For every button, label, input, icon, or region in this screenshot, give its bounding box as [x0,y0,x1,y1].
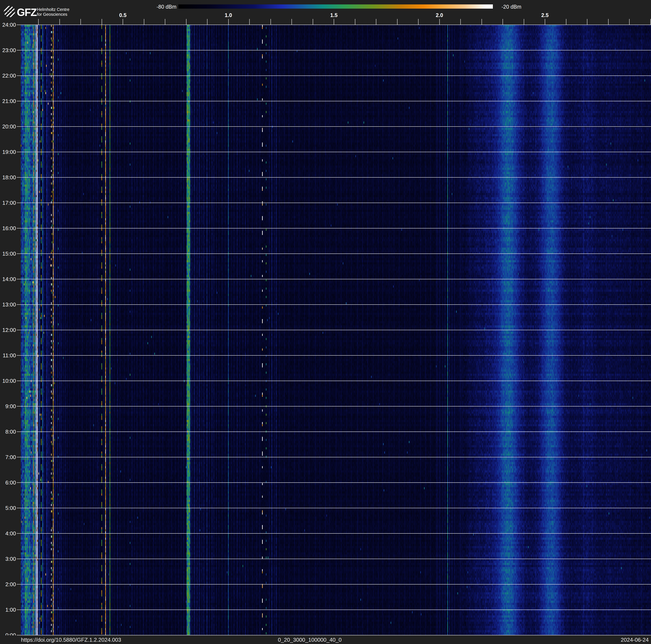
freq-tick [502,19,503,25]
freq-tick-label: 2.5 [536,12,553,18]
freq-tick [291,19,292,25]
freq-tick [123,19,123,25]
time-tick-label: 12:00 [1,327,16,333]
time-tick-label: 10:00 [1,378,16,384]
hour-gridline [17,126,651,127]
time-tick-label: 19:00 [1,149,16,155]
freq-tick [650,19,651,25]
time-tick-label: 2:00 [1,581,16,587]
freq-tick [524,19,524,25]
time-tick-label: 8:00 [1,429,16,435]
hour-gridline [17,406,651,407]
time-tick-label: 21:00 [1,98,16,104]
freq-tick [566,19,566,25]
freq-tick [228,19,229,25]
freq-tick [271,19,271,25]
hour-gridline [17,279,651,279]
time-tick-label: 24:00 [1,22,16,28]
hour-gridline [17,101,651,101]
hour-gridline [17,254,651,254]
hour-gridline [17,228,651,229]
hour-gridline [17,177,651,178]
freq-tick-label: 1.5 [326,12,342,18]
time-tick-label: 9:00 [1,403,16,409]
date-label: 2024-06-24 [621,637,649,643]
freq-tick [587,19,587,25]
time-tick-label: 4:00 [1,530,16,536]
time-tick-label: 20:00 [1,123,16,130]
colorbar-min-label: -80 dBm [145,4,177,10]
footer: https://doi.org/10.5880/GFZ.1.2.2024.003… [0,635,651,644]
time-tick-label: 16:00 [1,225,16,231]
hour-gridline [17,457,651,457]
hour-gridline [17,330,651,330]
freq-tick-label: 0.5 [115,12,131,18]
freq-tick [439,19,440,25]
freq-tick [144,19,144,25]
time-tick-label: 7:00 [1,454,16,460]
freq-tick [376,19,376,25]
freq-tick [460,19,461,25]
freq-tick [397,19,398,25]
colorbar-gradient [178,4,493,9]
time-tick-label: 14:00 [1,276,16,282]
freq-tick [186,19,186,25]
time-tick-label: 22:00 [1,72,16,79]
hour-gridline [17,533,651,534]
hour-gridline [17,25,651,25]
time-tick-label: 1:00 [1,607,16,613]
time-tick-label: 18:00 [1,174,16,180]
freq-tick [608,19,609,25]
hour-gridline [17,304,651,305]
hour-gridline [17,76,651,76]
time-tick-label: 11:00 [1,352,16,358]
spectrogram-page: GFZ Helmholtz Centre for Geosciences -80… [0,0,651,644]
logo-subtitle-line1: Helmholtz Centre [37,7,69,12]
freq-tick [545,19,545,25]
gfz-logo-icon [3,5,16,18]
doi-link[interactable]: https://doi.org/10.5880/GFZ.1.2.2024.003 [21,637,121,643]
logo-subtitle-line2: for Geosciences [37,12,69,17]
hour-gridline [17,508,651,508]
hour-gridline [17,203,651,203]
freq-tick [102,19,102,25]
time-tick-label: 23:00 [1,47,16,53]
freq-tick [59,19,60,25]
freq-tick [313,19,313,25]
hour-gridline [17,482,651,483]
hour-gridline [17,355,651,356]
time-tick-label: 17:00 [1,200,16,206]
freq-tick [38,19,39,25]
logo-subtitle: Helmholtz Centre for Geosciences [37,7,69,17]
colorbar-max-label: -20 dBm [501,4,544,10]
freq-tick [81,19,81,25]
freq-tick [165,19,165,25]
freq-tick-label: 1.0 [220,12,237,18]
hour-gridline [17,432,651,432]
hour-gridline [17,559,651,559]
time-tick-label: 13:00 [1,301,16,308]
freq-tick [355,19,355,25]
time-tick-label: 3:00 [1,556,16,562]
freq-tick-label: 2.0 [431,12,448,18]
freq-tick [418,19,418,25]
freq-tick [207,19,208,25]
hour-gridline [17,381,651,381]
freq-tick [482,19,482,25]
freq-tick [249,19,250,25]
capture-settings-label: 0_20_3000_100000_40_0 [278,637,342,643]
hour-gridline [17,584,651,585]
freq-tick [629,19,629,25]
hour-gridline [17,50,651,51]
time-tick-label: 5:00 [1,505,16,511]
time-tick-label: 6:00 [1,479,16,486]
hour-gridline [17,152,651,152]
logo-acronym: GFZ [17,6,36,19]
time-tick-label: 15:00 [1,251,16,257]
freq-tick [334,19,334,25]
hour-gridline [17,610,651,610]
